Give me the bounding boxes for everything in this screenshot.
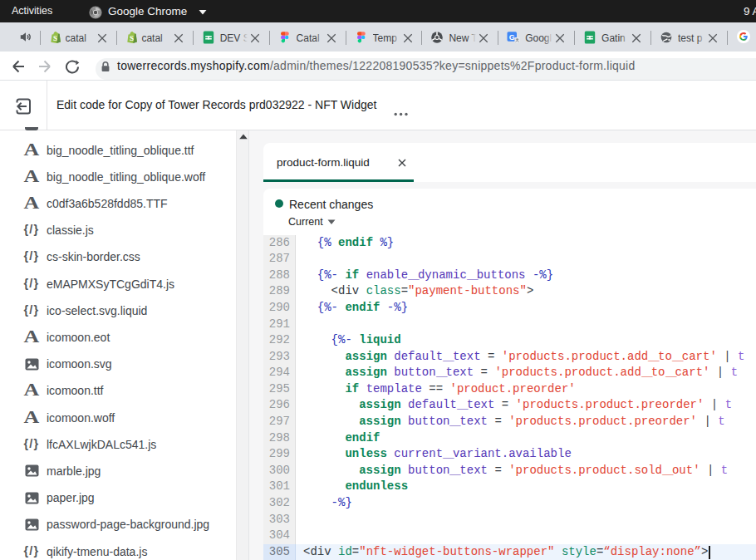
svg-text:S: S xyxy=(53,34,57,42)
svg-text:G: G xyxy=(509,33,515,42)
svg-text:S: S xyxy=(130,34,134,42)
